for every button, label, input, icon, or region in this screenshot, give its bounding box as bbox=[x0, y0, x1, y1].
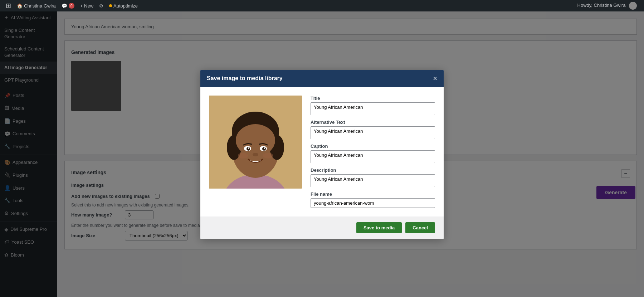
filename-label: File name bbox=[311, 191, 435, 197]
autoptimize-label: Autoptimize bbox=[113, 3, 138, 9]
svg-point-7 bbox=[236, 124, 275, 156]
save-image-modal: Save image to media library × bbox=[200, 70, 444, 239]
home-icon: 🏠 bbox=[17, 3, 23, 9]
modal-overlay: Save image to media library × bbox=[0, 11, 644, 297]
description-textarea[interactable]: Young African American bbox=[311, 174, 435, 187]
autoptimize-dot bbox=[109, 4, 112, 7]
title-label: Title bbox=[311, 96, 435, 101]
modal-fields: Title Young African American Alternative… bbox=[311, 96, 435, 208]
modal-body: Title Young African American Alternative… bbox=[200, 87, 444, 216]
svg-point-16 bbox=[263, 153, 273, 159]
image-svg bbox=[209, 96, 302, 189]
title-textarea[interactable]: Young African American bbox=[311, 102, 435, 115]
modal-title: Save image to media library bbox=[207, 75, 283, 82]
alt-text-field-group: Alternative Text Young African American bbox=[311, 120, 435, 139]
comments-icon: 💬 bbox=[62, 3, 67, 9]
filename-input[interactable] bbox=[311, 198, 435, 208]
save-to-media-button[interactable]: Save to media bbox=[356, 222, 402, 233]
admin-bar-site[interactable]: 🏠 Christina Gwira bbox=[14, 0, 59, 11]
comments-count: 0 bbox=[69, 3, 74, 9]
admin-bar-new[interactable]: + New bbox=[77, 0, 96, 11]
description-label: Description bbox=[311, 167, 435, 173]
filename-field-group: File name bbox=[311, 191, 435, 208]
svg-point-13 bbox=[264, 147, 265, 149]
modal-footer: Save to media Cancel bbox=[200, 216, 444, 239]
modal-close-button[interactable]: × bbox=[433, 75, 437, 82]
caption-textarea[interactable]: Young African American bbox=[311, 150, 435, 163]
wp-logo-icon: ⊞ bbox=[6, 2, 11, 10]
admin-bar-autoptimize[interactable]: Autoptimize bbox=[106, 0, 141, 11]
alt-text-label: Alternative Text bbox=[311, 120, 435, 125]
title-field-group: Title Young African American bbox=[311, 96, 435, 115]
admin-bar: ⊞ 🏠 Christina Gwira 💬 0 + New ⚙ Autoptim… bbox=[0, 0, 644, 11]
modal-header: Save image to media library × bbox=[200, 70, 444, 87]
modal-image-preview bbox=[209, 96, 302, 189]
admin-bar-site-name: Christina Gwira bbox=[24, 3, 56, 9]
caption-field-group: Caption Young African American bbox=[311, 143, 435, 163]
svg-point-12 bbox=[248, 147, 249, 149]
admin-bar-howdy[interactable]: Howdy, Christina Gwira bbox=[573, 2, 641, 10]
svg-point-14 bbox=[253, 153, 258, 156]
alt-text-textarea[interactable]: Young African American bbox=[311, 126, 435, 139]
cancel-button[interactable]: Cancel bbox=[405, 222, 435, 233]
description-field-group: Description Young African American bbox=[311, 167, 435, 187]
caption-label: Caption bbox=[311, 143, 435, 149]
yoast-icon: ⚙ bbox=[99, 3, 103, 9]
admin-bar-wp-logo[interactable]: ⊞ bbox=[3, 0, 14, 11]
new-label: + New bbox=[80, 3, 93, 9]
avatar bbox=[629, 2, 637, 10]
admin-bar-comments[interactable]: 💬 0 bbox=[59, 0, 77, 11]
admin-bar-yoast[interactable]: ⚙ bbox=[96, 0, 106, 11]
svg-point-15 bbox=[238, 153, 248, 159]
